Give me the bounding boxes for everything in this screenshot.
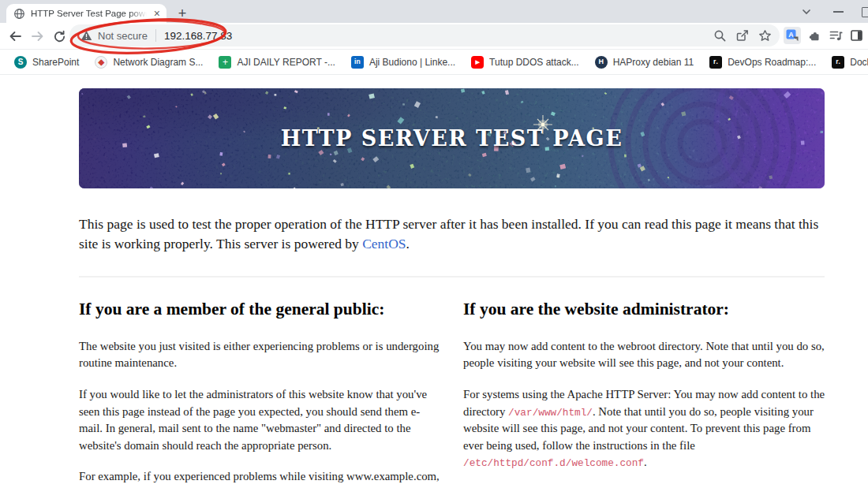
roadmap-icon: r.: [709, 56, 722, 69]
minimize-button[interactable]: [833, 11, 844, 13]
linkedin-icon: in: [351, 56, 364, 69]
haproxy-icon: H: [595, 56, 608, 69]
warning-triangle-icon: [80, 30, 92, 41]
inline-text: .: [406, 236, 410, 251]
browser-toolbar: Not secure 192.168.77.83: [0, 23, 868, 50]
tab-strip: HTTP Server Test Page powered × +: [0, 0, 868, 23]
inline-text: .: [644, 456, 647, 468]
share-icon[interactable]: [735, 29, 750, 43]
tab-title: HTTP Server Test Page powered: [31, 9, 147, 18]
page-content: HTTP SERVER TEST PAGE This page is used …: [0, 75, 868, 488]
network-icon: ◆: [95, 56, 107, 69]
bookmark-star-icon[interactable]: [758, 29, 772, 43]
bookmark-label: Tutup DDOS attack...: [489, 57, 579, 68]
inline-code: /etc/httpd/conf.d/welcome.conf: [463, 457, 644, 469]
inline-text: You may now add content to the webroot d…: [463, 340, 825, 370]
svg-text:A: A: [788, 31, 794, 39]
youtube-icon: ▶: [471, 56, 484, 69]
right-column-heading: If you are the website administrator:: [463, 300, 826, 319]
paragraph: The website you just visited is either e…: [79, 338, 442, 372]
left-column-heading: If you are a member of the general publi…: [79, 300, 442, 319]
maximize-button[interactable]: [862, 7, 868, 17]
banner-image: HTTP SERVER TEST PAGE: [79, 88, 825, 188]
bookmark-linkedin[interactable]: inAji Budiono | Linke...: [343, 54, 463, 71]
side-panel-icon[interactable]: [850, 29, 863, 42]
inline-text: This page is used to test the proper ope…: [79, 216, 818, 251]
close-icon[interactable]: ×: [152, 8, 162, 19]
translate-extension-button[interactable]: A: [784, 27, 801, 44]
bookmark-youtube[interactable]: ▶Tutup DDOS attack...: [463, 54, 587, 71]
bookmark-sheets[interactable]: +AJI DAILY REPORT -...: [211, 54, 342, 71]
sharepoint-icon: S: [14, 56, 27, 69]
globe-icon: [13, 8, 25, 20]
paragraph: If you would like to let the administrat…: [79, 386, 442, 454]
paragraph: For systems using the Apache HTTP Server…: [463, 386, 826, 471]
bookmark-haproxy[interactable]: HHAProxy debian 11: [587, 54, 702, 71]
bookmark-label: SharePoint: [32, 57, 79, 68]
security-chip[interactable]: Not secure: [80, 30, 148, 42]
inline-code: /var/www/html/: [508, 407, 593, 419]
general-public-column: If you are a member of the general publi…: [79, 300, 442, 488]
bookmark-label: Aji Budiono | Linke...: [369, 57, 455, 68]
back-button[interactable]: [7, 28, 23, 44]
url-text: 192.168.77.83: [164, 30, 232, 42]
bookmarks-bar: SSharePoint◆Network Diagram S...+AJI DAI…: [0, 50, 868, 75]
paragraph: You may now add content to the webroot d…: [463, 338, 826, 372]
forward-button[interactable]: [29, 28, 45, 44]
roadmap-icon: r.: [832, 56, 844, 69]
omnibox-divider: [155, 29, 156, 42]
bookmark-label: Network Diagram S...: [113, 57, 203, 68]
extensions-puzzle-icon[interactable]: [808, 29, 821, 43]
bookmark-label: Docker Roadmap -...: [850, 57, 868, 68]
browser-tab[interactable]: HTTP Server Test Page powered ×: [6, 4, 166, 23]
search-icon[interactable]: [713, 29, 727, 43]
inline-link[interactable]: CentOS: [362, 236, 406, 251]
playlist-extension-icon[interactable]: [829, 29, 843, 42]
intro-paragraph: This page is used to test the proper ope…: [79, 214, 822, 255]
paragraph: For example, if you experienced problems…: [79, 468, 442, 488]
address-bar[interactable]: Not secure 192.168.77.83: [69, 24, 780, 47]
browser-window: HTTP Server Test Page powered × +: [0, 0, 868, 488]
sheets-icon: +: [219, 56, 231, 69]
security-label: Not secure: [98, 30, 148, 42]
divider: [79, 276, 825, 278]
reload-button[interactable]: [51, 28, 67, 44]
bookmark-network[interactable]: ◆Network Diagram S...: [87, 54, 211, 71]
new-tab-button[interactable]: +: [173, 4, 192, 23]
bookmark-roadmap[interactable]: r.DevOps Roadmap:...: [702, 54, 824, 71]
tab-search-chevron-icon[interactable]: [800, 6, 813, 17]
banner-title: HTTP SERVER TEST PAGE: [79, 88, 825, 188]
administrator-column: If you are the website administrator: Yo…: [463, 300, 826, 488]
bookmark-sharepoint[interactable]: SSharePoint: [6, 54, 87, 71]
bookmark-roadmap[interactable]: r.Docker Roadmap -...: [824, 54, 868, 71]
bookmark-label: DevOps Roadmap:...: [728, 57, 816, 68]
two-column-section: If you are a member of the general publi…: [79, 300, 826, 488]
bookmark-label: HAProxy debian 11: [613, 57, 694, 68]
bookmark-label: AJI DAILY REPORT -...: [237, 57, 335, 68]
